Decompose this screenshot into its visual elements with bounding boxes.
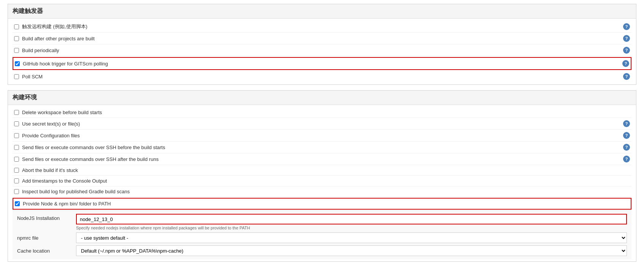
build-env-body: Delete workspace before build starts Use… bbox=[8, 105, 636, 261]
trigger-label-github: GitHub hook trigger for GITScm polling bbox=[23, 61, 622, 67]
help-icon-remote[interactable]: ? bbox=[623, 23, 630, 30]
env-checkbox-provide-node[interactable] bbox=[15, 201, 20, 206]
env-label-add-timestamps: Add timestamps to the Console Output bbox=[22, 178, 623, 184]
env-label-abort-stuck: Abort the build if it's stuck bbox=[22, 167, 623, 173]
nodejs-installation-input[interactable] bbox=[76, 214, 627, 224]
env-row-send-files-before: Send files or execute commands over SSH … bbox=[13, 142, 631, 153]
nodejs-installation-control: Specify needed nodejs installation where… bbox=[76, 214, 627, 230]
env-checkbox-add-timestamps[interactable] bbox=[14, 178, 19, 183]
build-triggers-body: 触发远程构建 (例如,使用脚本) ? Build after other pro… bbox=[8, 19, 636, 84]
trigger-row-remote: 触发远程构建 (例如,使用脚本) ? bbox=[13, 21, 631, 33]
trigger-checkbox-after-other[interactable] bbox=[14, 36, 19, 41]
build-env-header: 构建环境 bbox=[8, 91, 636, 105]
env-row-delete-workspace: Delete workspace before build starts bbox=[13, 107, 631, 118]
page-container: 构建触发器 触发远程构建 (例如,使用脚本) ? Build after oth… bbox=[0, 0, 644, 280]
cache-location-label: Cache location bbox=[17, 248, 76, 254]
env-checkbox-inspect-build[interactable] bbox=[14, 189, 19, 194]
trigger-label-after-other: Build after other projects are built bbox=[22, 36, 623, 41]
env-row-provide-config: Provide Configuration files ? bbox=[13, 130, 631, 142]
help-icon-periodically[interactable]: ? bbox=[623, 47, 630, 54]
trigger-row-after-other: Build after other projects are built ? bbox=[13, 33, 631, 45]
npmrc-row: npmrc file - use system default - bbox=[17, 232, 627, 243]
env-checkbox-send-files-after[interactable] bbox=[14, 157, 19, 162]
env-checkbox-delete-workspace[interactable] bbox=[14, 110, 19, 115]
cache-location-select[interactable]: Default (~/.npm or %APP_DATA%\npm-cache) bbox=[76, 245, 627, 256]
trigger-checkbox-remote[interactable] bbox=[14, 24, 19, 29]
env-checkbox-provide-config[interactable] bbox=[14, 133, 19, 138]
nodejs-help-text: Specify needed nodejs installation where… bbox=[76, 226, 627, 230]
build-triggers-title: 构建触发器 bbox=[13, 7, 631, 15]
trigger-checkbox-poll[interactable] bbox=[14, 74, 19, 79]
env-label-inspect-build: Inspect build log for published Gradle b… bbox=[22, 189, 623, 194]
help-icon-provide-config[interactable]: ? bbox=[623, 132, 630, 139]
help-icon-github[interactable]: ? bbox=[622, 60, 629, 67]
help-icon-after-other[interactable]: ? bbox=[623, 35, 630, 42]
help-icon-poll[interactable]: ? bbox=[623, 73, 630, 80]
cache-location-row: Cache location Default (~/.npm or %APP_D… bbox=[17, 245, 627, 256]
help-icon-send-files-before[interactable]: ? bbox=[623, 144, 630, 151]
env-label-provide-config: Provide Configuration files bbox=[22, 133, 623, 138]
trigger-checkbox-github[interactable] bbox=[15, 61, 20, 66]
trigger-label-remote: 触发远程构建 (例如,使用脚本) bbox=[22, 23, 623, 30]
npmrc-control: - use system default - bbox=[76, 232, 627, 243]
env-label-provide-node: Provide Node & npm bin/ folder to PATH bbox=[23, 201, 629, 207]
build-triggers-header: 构建触发器 bbox=[8, 4, 636, 19]
env-label-use-secret: Use secret text(s) or file(s) bbox=[22, 121, 623, 127]
env-label-send-files-before: Send files or execute commands over SSH … bbox=[22, 145, 623, 150]
trigger-label-poll: Poll SCM bbox=[22, 74, 623, 80]
nodejs-installation-label: NodeJS Installation bbox=[17, 214, 76, 221]
env-row-use-secret: Use secret text(s) or file(s) ? bbox=[13, 118, 631, 130]
env-row-send-files-after: Send files or execute commands over SSH … bbox=[13, 153, 631, 165]
env-checkbox-use-secret[interactable] bbox=[14, 121, 19, 126]
env-checkbox-send-files-before[interactable] bbox=[14, 145, 19, 150]
nodejs-config-block: NodeJS Installation Specify needed nodej… bbox=[13, 210, 631, 259]
trigger-checkbox-periodically[interactable] bbox=[14, 48, 19, 53]
cache-location-control: Default (~/.npm or %APP_DATA%\npm-cache) bbox=[76, 245, 627, 256]
build-env-title: 构建环境 bbox=[13, 94, 631, 102]
trigger-row-github: GitHub hook trigger for GITScm polling ? bbox=[13, 57, 631, 70]
build-triggers-section: 构建触发器 触发远程构建 (例如,使用脚本) ? Build after oth… bbox=[8, 4, 636, 85]
trigger-label-periodically: Build periodically bbox=[22, 48, 623, 53]
help-icon-send-files-after[interactable]: ? bbox=[623, 156, 630, 162]
env-label-delete-workspace: Delete workspace before build starts bbox=[22, 110, 623, 115]
build-env-section: 构建环境 Delete workspace before build start… bbox=[8, 90, 636, 262]
env-label-send-files-after: Send files or execute commands over SSH … bbox=[22, 156, 623, 162]
npmrc-select[interactable]: - use system default - bbox=[76, 232, 627, 243]
env-row-provide-node: Provide Node & npm bin/ folder to PATH bbox=[13, 198, 631, 210]
nodejs-installation-row: NodeJS Installation Specify needed nodej… bbox=[17, 214, 627, 230]
env-checkbox-abort-stuck[interactable] bbox=[14, 168, 19, 173]
env-row-add-timestamps: Add timestamps to the Console Output bbox=[13, 176, 631, 186]
help-icon-use-secret[interactable]: ? bbox=[623, 120, 630, 127]
npmrc-label: npmrc file bbox=[17, 235, 76, 241]
trigger-row-periodically: Build periodically ? bbox=[13, 45, 631, 56]
env-row-inspect-build: Inspect build log for published Gradle b… bbox=[13, 186, 631, 197]
env-row-abort-stuck: Abort the build if it's stuck bbox=[13, 165, 631, 176]
trigger-row-poll: Poll SCM ? bbox=[13, 71, 631, 82]
